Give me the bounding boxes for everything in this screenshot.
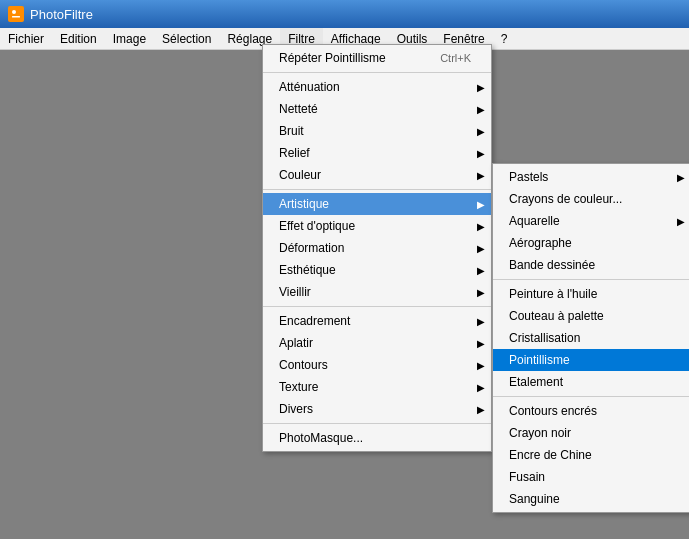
menu-attenuation[interactable]: Atténuation ▶ [263,76,491,98]
app-icon [8,6,24,22]
menu-edition[interactable]: Edition [52,28,105,49]
menu-contours-encres[interactable]: Contours encrés [493,400,689,422]
menu-aplatir[interactable]: Aplatir ▶ [263,332,491,354]
separator-4 [263,423,491,424]
menu-crayons-couleur[interactable]: Crayons de couleur... [493,188,689,210]
svg-point-1 [12,10,16,14]
separator-a2 [493,396,689,397]
menu-aquarelle[interactable]: Aquarelle ▶ [493,210,689,232]
menu-crayon-noir[interactable]: Crayon noir [493,422,689,444]
menu-bande-dessinee[interactable]: Bande dessinée [493,254,689,276]
menu-encadrement[interactable]: Encadrement ▶ [263,310,491,332]
menu-artistique[interactable]: Artistique ▶ [263,193,491,215]
svg-point-0 [10,8,22,20]
menu-esthetique[interactable]: Esthétique ▶ [263,259,491,281]
app-title: PhotoFiltre [30,7,93,22]
menu-texture[interactable]: Texture ▶ [263,376,491,398]
menu-deformation[interactable]: Déformation ▶ [263,237,491,259]
separator-1 [263,72,491,73]
menu-couleur[interactable]: Couleur ▶ [263,164,491,186]
menu-peinture-huile[interactable]: Peinture à l'huile [493,283,689,305]
menu-help[interactable]: ? [493,28,516,49]
menu-couteau-palette[interactable]: Couteau à palette [493,305,689,327]
menu-selection[interactable]: Sélection [154,28,219,49]
menu-relief[interactable]: Relief ▶ [263,142,491,164]
menu-divers[interactable]: Divers ▶ [263,398,491,420]
menu-aerographe[interactable]: Aérographe [493,232,689,254]
menu-contours[interactable]: Contours ▶ [263,354,491,376]
filtre-dropdown: Répéter Pointillisme Ctrl+K Atténuation … [262,44,492,452]
svg-rect-2 [12,16,20,18]
menu-bruit[interactable]: Bruit ▶ [263,120,491,142]
menu-pastels[interactable]: Pastels ▶ [493,166,689,188]
menu-image[interactable]: Image [105,28,154,49]
menu-vieillir[interactable]: Vieillir ▶ [263,281,491,303]
menu-fusain[interactable]: Fusain [493,466,689,488]
separator-a1 [493,279,689,280]
menu-repeter-pointillisme[interactable]: Répéter Pointillisme Ctrl+K [263,47,491,69]
menu-pointillisme[interactable]: Pointillisme [493,349,689,371]
menu-fichier[interactable]: Fichier [0,28,52,49]
menu-cristallisation[interactable]: Cristallisation [493,327,689,349]
menu-effet-optique[interactable]: Effet d'optique ▶ [263,215,491,237]
separator-2 [263,189,491,190]
menu-sanguine[interactable]: Sanguine [493,488,689,510]
artistique-submenu: Pastels ▶ Crayons de couleur... Aquarell… [492,163,689,513]
menu-photomasque[interactable]: PhotoMasque... [263,427,491,449]
menu-encre-de-chine[interactable]: Encre de Chine [493,444,689,466]
menu-nettete[interactable]: Netteté ▶ [263,98,491,120]
separator-3 [263,306,491,307]
title-bar: PhotoFiltre [0,0,689,28]
menu-etalement[interactable]: Etalement [493,371,689,393]
